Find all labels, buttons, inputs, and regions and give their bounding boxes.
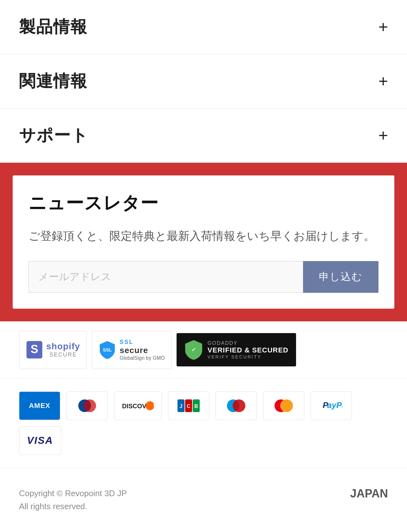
accordion-header-support[interactable]: サポート + xyxy=(19,124,388,147)
expand-icon-support: + xyxy=(378,127,388,144)
ssl-secure-text: secure xyxy=(120,345,165,355)
jcb-icon: J C B xyxy=(178,398,200,414)
footer-rights: All rights reserved. xyxy=(19,500,127,513)
svg-text:ayPal: ayPal xyxy=(327,400,342,410)
svg-text:J: J xyxy=(180,404,183,409)
accordion-related-info[interactable]: 関連情報 + xyxy=(0,54,407,108)
amex-label: AMEX xyxy=(29,402,50,410)
footer-copyright: Copyright © Revopoint 3D JP xyxy=(19,487,127,500)
accordion-header-related[interactable]: 関連情報 + xyxy=(19,70,388,92)
mastercard-payment-card xyxy=(263,391,304,420)
shopify-secure-badge: S shopify SECURE xyxy=(19,331,87,369)
svg-text:S: S xyxy=(30,343,38,356)
godaddy-text-block: GODADDY VERIFIED & SECURED VERIFY SECURI… xyxy=(208,340,288,359)
discover-payment-card: DISCOVER xyxy=(114,391,162,420)
shopify-secure-label: SECURE xyxy=(49,351,77,358)
email-input[interactable] xyxy=(29,261,303,293)
paypal-payment-card: P ayPal xyxy=(311,391,352,420)
expand-icon-related: + xyxy=(378,73,388,89)
ssl-label: SSL xyxy=(120,339,165,345)
accordion-header-product[interactable]: 製品情報 + xyxy=(19,16,388,38)
godaddy-top-label: GODADDY xyxy=(208,340,288,346)
maestro-payment-card xyxy=(216,391,257,420)
accordion-product-info[interactable]: 製品情報 + xyxy=(0,0,407,54)
svg-text:SSL: SSL xyxy=(103,347,112,352)
trust-badges-section: S shopify SECURE SSL SSL secure GlobalSi… xyxy=(0,321,407,379)
newsletter-inner: ニュースレター ご登録頂くと、限定特典と最新入荷情報をいち早くお届けします。 申… xyxy=(13,175,394,309)
godaddy-sub-text: VERIFY SECURITY xyxy=(208,354,288,359)
submit-button[interactable]: 申し込む xyxy=(303,261,378,293)
maestro-icon xyxy=(225,398,247,414)
svg-point-17 xyxy=(280,399,293,412)
accordion-title-product: 製品情報 xyxy=(19,16,87,38)
godaddy-shield-icon: ✓ xyxy=(184,339,203,360)
newsletter-title: ニュースレター xyxy=(29,191,378,215)
svg-text:B: B xyxy=(194,404,198,409)
shopify-icon: S xyxy=(26,341,43,358)
footer-region: JAPAN xyxy=(350,487,388,500)
visa-payment-card: VISA xyxy=(19,426,61,455)
diners-payment-card xyxy=(67,391,108,420)
godaddy-main-text: VERIFIED & SECURED xyxy=(208,346,288,354)
accordion-title-support: サポート xyxy=(19,124,88,147)
godaddy-badge: ✓ GODADDY VERIFIED & SECURED VERIFY SECU… xyxy=(177,333,296,366)
jcb-payment-card: J C B xyxy=(168,391,209,420)
footer-section: Copyright © Revopoint 3D JP All rights r… xyxy=(0,468,407,526)
ssl-badge: SSL SSL secure GlobalSign by GMO xyxy=(92,331,171,369)
accordion-container: 製品情報 + 関連情報 + サポート + xyxy=(0,0,407,163)
ssl-text-block: SSL secure GlobalSign by GMO xyxy=(120,339,165,361)
diners-icon xyxy=(78,397,96,415)
newsletter-form: 申し込む xyxy=(29,261,378,293)
footer-copyright-block: Copyright © Revopoint 3D JP All rights r… xyxy=(19,487,127,513)
payment-methods-section: AMEX DISCOVER J C B xyxy=(0,379,407,468)
mastercard-icon xyxy=(273,398,295,414)
shopify-text-block: shopify SECURE xyxy=(46,341,80,358)
discover-icon: DISCOVER xyxy=(122,399,154,412)
svg-point-5 xyxy=(83,399,96,412)
ssl-shield-icon: SSL xyxy=(99,340,116,359)
accordion-support[interactable]: サポート + xyxy=(0,108,407,163)
visa-label: VISA xyxy=(27,435,53,446)
ssl-provider: GlobalSign by GMO xyxy=(120,355,165,361)
newsletter-section: ニュースレター ご登録頂くと、限定特典と最新入荷情報をいち早くお届けします。 申… xyxy=(0,163,407,321)
svg-point-15 xyxy=(233,399,245,412)
amex-payment-card: AMEX xyxy=(19,391,60,420)
accordion-title-related: 関連情報 xyxy=(19,70,87,92)
paypal-icon: P ayPal xyxy=(320,398,342,414)
shopify-brand: shopify xyxy=(46,341,80,351)
svg-text:C: C xyxy=(187,404,191,409)
svg-text:✓: ✓ xyxy=(191,346,196,353)
expand-icon-product: + xyxy=(378,19,388,35)
newsletter-description: ご登録頂くと、限定特典と最新入荷情報をいち早くお届けします。 xyxy=(29,227,378,245)
